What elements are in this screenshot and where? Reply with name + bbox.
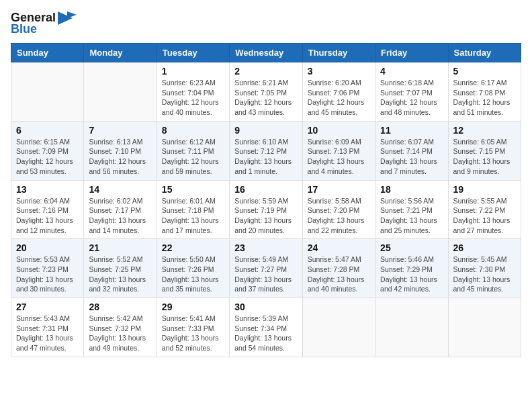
day-info: Sunrise: 6:05 AM Sunset: 7:15 PM Dayligh… (453, 137, 516, 177)
day-number: 3 (308, 66, 370, 77)
calendar-cell: 25Sunrise: 5:46 AM Sunset: 7:29 PM Dayli… (375, 239, 448, 298)
calendar-cell: 14Sunrise: 6:02 AM Sunset: 7:17 PM Dayli… (84, 180, 157, 239)
calendar-cell: 1Sunrise: 6:23 AM Sunset: 7:04 PM Daylig… (157, 62, 229, 122)
svg-marker-1 (67, 11, 77, 18)
day-number: 6 (16, 125, 79, 136)
calendar-cell: 8Sunrise: 6:12 AM Sunset: 7:11 PM Daylig… (157, 121, 229, 180)
calendar-cell: 4Sunrise: 6:18 AM Sunset: 7:07 PM Daylig… (375, 62, 448, 122)
calendar-cell: 27Sunrise: 5:43 AM Sunset: 7:31 PM Dayli… (11, 298, 84, 357)
day-info: Sunrise: 5:59 AM Sunset: 7:19 PM Dayligh… (234, 196, 297, 236)
day-of-week-header: Friday (375, 44, 448, 62)
day-number: 14 (89, 184, 151, 195)
calendar-week-row: 20Sunrise: 5:53 AM Sunset: 7:23 PM Dayli… (11, 239, 521, 298)
day-number: 5 (453, 66, 516, 77)
day-info: Sunrise: 6:09 AM Sunset: 7:13 PM Dayligh… (308, 137, 370, 177)
calendar-cell: 24Sunrise: 5:47 AM Sunset: 7:28 PM Dayli… (302, 239, 375, 298)
day-info: Sunrise: 5:47 AM Sunset: 7:28 PM Dayligh… (308, 255, 370, 294)
calendar-cell: 26Sunrise: 5:45 AM Sunset: 7:30 PM Dayli… (448, 239, 521, 298)
day-info: Sunrise: 6:17 AM Sunset: 7:08 PM Dayligh… (453, 78, 516, 118)
calendar-cell (302, 298, 375, 357)
day-info: Sunrise: 6:02 AM Sunset: 7:17 PM Dayligh… (89, 196, 151, 236)
day-info: Sunrise: 6:04 AM Sunset: 7:16 PM Dayligh… (16, 196, 79, 236)
day-number: 12 (453, 125, 516, 136)
day-number: 23 (234, 242, 297, 253)
calendar-cell (11, 62, 84, 122)
day-number: 16 (234, 184, 297, 195)
calendar-cell: 7Sunrise: 6:13 AM Sunset: 7:10 PM Daylig… (84, 121, 157, 180)
calendar-cell: 9Sunrise: 6:10 AM Sunset: 7:12 PM Daylig… (230, 121, 302, 180)
calendar-header-row: SundayMondayTuesdayWednesdayThursdayFrid… (11, 44, 521, 62)
day-info: Sunrise: 5:55 AM Sunset: 7:22 PM Dayligh… (453, 196, 516, 236)
day-number: 11 (380, 125, 443, 136)
calendar-cell (448, 298, 521, 357)
day-info: Sunrise: 5:45 AM Sunset: 7:30 PM Dayligh… (453, 255, 516, 294)
day-info: Sunrise: 5:39 AM Sunset: 7:34 PM Dayligh… (234, 314, 297, 353)
calendar-table: SundayMondayTuesdayWednesdayThursdayFrid… (11, 43, 521, 357)
day-number: 29 (162, 302, 224, 312)
calendar-week-row: 13Sunrise: 6:04 AM Sunset: 7:16 PM Dayli… (11, 180, 521, 239)
day-info: Sunrise: 6:23 AM Sunset: 7:04 PM Dayligh… (162, 78, 224, 118)
day-info: Sunrise: 5:43 AM Sunset: 7:31 PM Dayligh… (16, 314, 79, 353)
day-number: 25 (380, 242, 443, 253)
day-info: Sunrise: 6:21 AM Sunset: 7:05 PM Dayligh… (234, 78, 297, 118)
day-of-week-header: Wednesday (230, 44, 302, 62)
calendar-cell: 13Sunrise: 6:04 AM Sunset: 7:16 PM Dayli… (11, 180, 84, 239)
day-number: 2 (234, 66, 297, 77)
day-of-week-header: Thursday (302, 44, 375, 62)
calendar-cell (84, 62, 157, 122)
day-info: Sunrise: 6:18 AM Sunset: 7:07 PM Dayligh… (380, 78, 443, 118)
day-info: Sunrise: 5:46 AM Sunset: 7:29 PM Dayligh… (380, 255, 443, 294)
day-info: Sunrise: 6:13 AM Sunset: 7:10 PM Dayligh… (89, 137, 151, 177)
day-number: 24 (308, 242, 370, 253)
day-number: 20 (16, 242, 79, 253)
day-number: 8 (162, 125, 224, 136)
day-number: 9 (234, 125, 297, 136)
logo-flag-icon (58, 11, 77, 25)
day-number: 30 (234, 302, 297, 312)
day-number: 18 (380, 184, 443, 195)
calendar-cell: 2Sunrise: 6:21 AM Sunset: 7:05 PM Daylig… (230, 62, 302, 122)
day-number: 26 (453, 242, 516, 253)
day-info: Sunrise: 6:10 AM Sunset: 7:12 PM Dayligh… (234, 137, 297, 177)
day-info: Sunrise: 5:41 AM Sunset: 7:33 PM Dayligh… (162, 314, 224, 353)
calendar-week-row: 27Sunrise: 5:43 AM Sunset: 7:31 PM Dayli… (11, 298, 521, 357)
calendar-cell: 15Sunrise: 6:01 AM Sunset: 7:18 PM Dayli… (157, 180, 229, 239)
calendar-cell: 3Sunrise: 6:20 AM Sunset: 7:06 PM Daylig… (302, 62, 375, 122)
calendar-cell (375, 298, 448, 357)
calendar-cell: 16Sunrise: 5:59 AM Sunset: 7:19 PM Dayli… (230, 180, 302, 239)
calendar-cell: 22Sunrise: 5:50 AM Sunset: 7:26 PM Dayli… (157, 239, 229, 298)
day-of-week-header: Monday (84, 44, 157, 62)
calendar-cell: 17Sunrise: 5:58 AM Sunset: 7:20 PM Dayli… (302, 180, 375, 239)
day-of-week-header: Saturday (448, 44, 521, 62)
day-info: Sunrise: 6:20 AM Sunset: 7:06 PM Dayligh… (308, 78, 370, 118)
logo: General Blue (11, 11, 77, 36)
day-number: 22 (162, 242, 224, 253)
calendar-cell: 29Sunrise: 5:41 AM Sunset: 7:33 PM Dayli… (157, 298, 229, 357)
calendar-cell: 18Sunrise: 5:56 AM Sunset: 7:21 PM Dayli… (375, 180, 448, 239)
day-info: Sunrise: 5:56 AM Sunset: 7:21 PM Dayligh… (380, 196, 443, 236)
day-of-week-header: Tuesday (157, 44, 229, 62)
day-number: 19 (453, 184, 516, 195)
day-info: Sunrise: 5:50 AM Sunset: 7:26 PM Dayligh… (162, 255, 224, 294)
page-header: General Blue (11, 11, 521, 36)
calendar-cell: 28Sunrise: 5:42 AM Sunset: 7:32 PM Dayli… (84, 298, 157, 357)
calendar-cell: 21Sunrise: 5:52 AM Sunset: 7:25 PM Dayli… (84, 239, 157, 298)
calendar-cell: 23Sunrise: 5:49 AM Sunset: 7:27 PM Dayli… (230, 239, 302, 298)
day-info: Sunrise: 5:53 AM Sunset: 7:23 PM Dayligh… (16, 255, 79, 294)
day-info: Sunrise: 5:49 AM Sunset: 7:27 PM Dayligh… (234, 255, 297, 294)
day-number: 4 (380, 66, 443, 77)
day-number: 10 (308, 125, 370, 136)
day-number: 7 (89, 125, 151, 136)
calendar-cell: 11Sunrise: 6:07 AM Sunset: 7:14 PM Dayli… (375, 121, 448, 180)
calendar-week-row: 6Sunrise: 6:15 AM Sunset: 7:09 PM Daylig… (11, 121, 521, 180)
day-info: Sunrise: 5:42 AM Sunset: 7:32 PM Dayligh… (89, 314, 151, 353)
calendar-cell: 6Sunrise: 6:15 AM Sunset: 7:09 PM Daylig… (11, 121, 84, 180)
calendar-cell: 5Sunrise: 6:17 AM Sunset: 7:08 PM Daylig… (448, 62, 521, 122)
calendar-cell: 12Sunrise: 6:05 AM Sunset: 7:15 PM Dayli… (448, 121, 521, 180)
calendar-cell: 20Sunrise: 5:53 AM Sunset: 7:23 PM Dayli… (11, 239, 84, 298)
day-info: Sunrise: 5:58 AM Sunset: 7:20 PM Dayligh… (308, 196, 370, 236)
day-info: Sunrise: 6:07 AM Sunset: 7:14 PM Dayligh… (380, 137, 443, 177)
calendar-week-row: 1Sunrise: 6:23 AM Sunset: 7:04 PM Daylig… (11, 62, 521, 122)
day-info: Sunrise: 6:15 AM Sunset: 7:09 PM Dayligh… (16, 137, 79, 177)
day-info: Sunrise: 5:52 AM Sunset: 7:25 PM Dayligh… (89, 255, 151, 294)
